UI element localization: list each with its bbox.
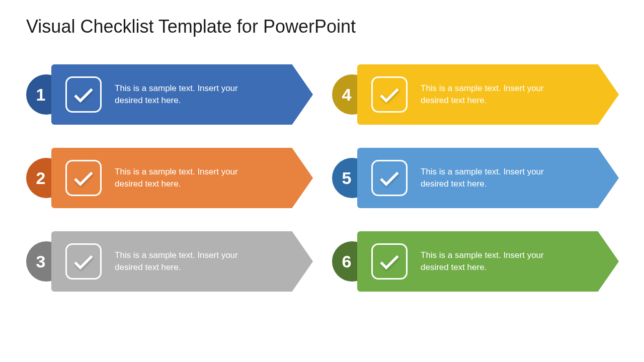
checklist-item-1: 1 This is a sample text. Insert your des… [26, 64, 314, 125]
checkmark-icon [71, 165, 96, 191]
checklist-item-4: 4 This is a sample text. Insert your des… [332, 64, 620, 125]
item-text: This is a sample text. Insert your desir… [421, 249, 572, 274]
slide-title: Visual Checklist Template for PowerPoint [26, 16, 356, 37]
checkmark-icon [377, 165, 402, 191]
item-text: This is a sample text. Insert your desir… [421, 82, 572, 107]
checklist-item-5: 5 This is a sample text. Insert your des… [332, 148, 620, 208]
item-text: This is a sample text. Insert your desir… [115, 82, 266, 107]
arrow-banner: This is a sample text. Insert your desir… [51, 148, 313, 208]
item-text: This is a sample text. Insert your desir… [421, 166, 572, 190]
checkmark-icon [377, 249, 402, 274]
arrow-banner: This is a sample text. Insert your desir… [357, 64, 619, 125]
checkbox-icon [65, 76, 102, 113]
checklist-item-2: 2 This is a sample text. Insert your des… [26, 148, 314, 208]
arrow-banner: This is a sample text. Insert your desir… [357, 148, 619, 208]
checkmark-icon [71, 82, 96, 107]
checkbox-icon [65, 243, 102, 280]
arrow-banner: This is a sample text. Insert your desir… [51, 231, 313, 292]
checklist-item-6: 6 This is a sample text. Insert your des… [332, 231, 620, 292]
checklist-grid: 1 This is a sample text. Insert your des… [26, 64, 620, 292]
arrow-banner: This is a sample text. Insert your desir… [357, 231, 619, 292]
item-text: This is a sample text. Insert your desir… [115, 249, 266, 274]
checkbox-icon [371, 160, 408, 196]
checkbox-icon [65, 160, 102, 196]
checkmark-icon [377, 82, 402, 107]
item-text: This is a sample text. Insert your desir… [115, 166, 266, 190]
arrow-banner: This is a sample text. Insert your desir… [51, 64, 313, 125]
checkbox-icon [371, 243, 408, 280]
checklist-item-3: 3 This is a sample text. Insert your des… [26, 231, 314, 292]
checkbox-icon [371, 76, 408, 113]
checkmark-icon [71, 249, 96, 274]
